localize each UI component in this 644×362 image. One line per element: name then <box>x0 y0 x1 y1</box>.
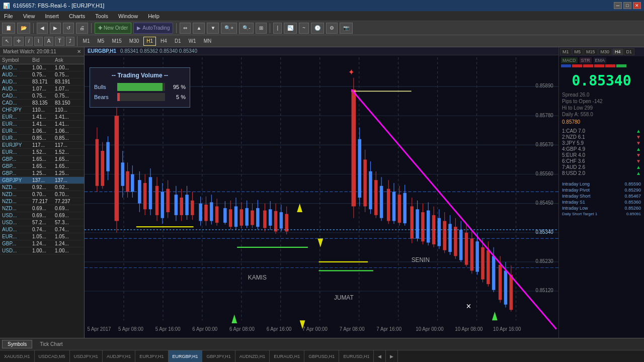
list-item[interactable]: GBP...1.65...1.65... <box>0 156 84 163</box>
nav-fwd-button[interactable]: ▶ <box>50 23 61 34</box>
restore-button[interactable]: □ <box>623 2 631 9</box>
list-item[interactable]: AUD...0.75...0.75... <box>0 71 84 78</box>
list-item[interactable]: GBP...1.24...1.24... <box>0 240 84 247</box>
list-item[interactable]: GBP...1.65...1.65... <box>0 163 84 170</box>
new-chart-button[interactable]: 📋 <box>2 23 15 34</box>
open-button[interactable]: 📂 <box>17 23 30 34</box>
tf-tab-m15[interactable]: M15 <box>584 48 598 55</box>
sym-tab-scroll-right[interactable]: ▶ <box>386 350 398 362</box>
chart-mode-button[interactable]: 📉 <box>284 23 297 34</box>
close-button[interactable]: ✕ <box>633 2 641 9</box>
tf-m5[interactable]: M5 <box>94 37 107 46</box>
menu-insert[interactable]: Insert <box>43 12 61 20</box>
tf-h1[interactable]: H1 <box>143 37 156 46</box>
list-item[interactable]: CHFJPY110...110... <box>0 107 84 114</box>
menu-window[interactable]: Window <box>116 12 140 20</box>
list-item[interactable]: EURJPY117...117... <box>0 142 84 149</box>
sym-tab-gbpjpy[interactable]: GBPJPY,H1 <box>202 350 235 362</box>
line-tool[interactable]: / <box>25 37 33 46</box>
tf-m1[interactable]: M1 <box>80 37 93 46</box>
list-item[interactable]: NZD...0.92...0.92... <box>0 184 84 191</box>
tf-m30[interactable]: M30 <box>126 37 142 46</box>
hi-to-low-label: Hi to Low 299 <box>562 105 593 111</box>
menu-help[interactable]: Help <box>146 12 162 20</box>
tf-tab-d1[interactable]: D1 <box>624 48 635 55</box>
indicator-button[interactable]: ~ <box>299 23 309 34</box>
list-item[interactable]: USD...57.2...57.3... <box>0 219 84 226</box>
tf-tab-m5[interactable]: M5 <box>572 48 584 55</box>
zoom-in-button[interactable]: 🔍+ <box>221 23 237 34</box>
menu-charts[interactable]: Charts <box>67 12 87 20</box>
list-item[interactable]: CAD...83.13583.150 <box>0 100 84 107</box>
tf-w1[interactable]: W1 <box>186 37 199 46</box>
list-item[interactable]: CAD...0.75...0.75... <box>0 93 84 100</box>
tf-d1[interactable]: D1 <box>172 37 184 46</box>
text-tool[interactable]: A <box>44 37 54 46</box>
screenshot-button[interactable]: 📷 <box>340 23 353 34</box>
sym-tab-xauusd[interactable]: XAUUSD,H1 <box>0 350 35 362</box>
list-item[interactable]: EUR...1.52...1.52... <box>0 149 84 156</box>
tf-mn[interactable]: MN <box>201 37 215 46</box>
tab-tick-chart[interactable]: Tick Chart <box>34 340 68 348</box>
list-item[interactable]: AUD...0.74...0.74... <box>0 226 84 233</box>
mw-close-icon[interactable]: ✕ <box>77 49 81 54</box>
tf-h4[interactable]: H4 <box>157 37 170 46</box>
nav-back-button[interactable]: ◀ <box>37 23 48 34</box>
list-item[interactable]: EUR...1.05...1.05... <box>0 233 84 240</box>
menu-file[interactable]: File <box>2 12 15 20</box>
sym-tab-audjpy[interactable]: AUDJPY,H1 <box>103 350 135 362</box>
list-item[interactable]: EUR...1.41...1.41... <box>0 114 84 121</box>
period-sep-button[interactable]: | <box>273 23 282 34</box>
buy-button[interactable]: ▲ <box>193 23 205 34</box>
list-item[interactable]: NZD...77.21777.237 <box>0 198 84 205</box>
list-item[interactable]: AUD...1.00...1.00... <box>0 64 84 71</box>
new-order-button[interactable]: ✚ New Order <box>95 23 131 34</box>
sym-tab-eurgbp[interactable]: EURGBP,H1 <box>169 350 203 362</box>
list-item[interactable]: NZD...0.70...0.70... <box>0 191 84 198</box>
sym-tab-eurjpy[interactable]: EURJPY,H1 <box>135 350 168 362</box>
arrow-tool[interactable]: ⤴ <box>66 37 74 46</box>
tf-tab-m1[interactable]: M1 <box>560 48 572 55</box>
sym-tab-scroll-left[interactable]: ◀ <box>374 350 386 362</box>
list-item[interactable]: AUD...83.17183.191 <box>0 78 84 85</box>
refresh-button[interactable]: ↺ <box>63 23 74 34</box>
list-item[interactable]: GBPJPY137...137... <box>0 177 84 184</box>
tf-m15[interactable]: M15 <box>109 37 124 46</box>
sym-tab-usdcad[interactable]: USDCAD,M5 <box>35 350 70 362</box>
minimize-button[interactable]: ─ <box>614 2 622 9</box>
auto-trading-button[interactable]: ▶ AutoTrading <box>133 23 173 34</box>
properties-button[interactable]: ⊞ <box>256 23 267 34</box>
tf-tab-h4[interactable]: H4 <box>612 48 623 55</box>
list-item[interactable]: USD...1.00...1.00... <box>0 247 84 254</box>
list-item[interactable]: EUR...1.06...1.06... <box>0 128 84 135</box>
sym-tab-euraud[interactable]: EURAUD,H1 <box>270 350 304 362</box>
zoom-out-button[interactable]: 🔍- <box>239 23 254 34</box>
list-item[interactable]: EUR...0.85...0.85... <box>0 135 84 142</box>
cursor-tool[interactable]: ↖ <box>2 37 12 46</box>
list-item[interactable]: GBP...1.25...1.25... <box>0 170 84 177</box>
menu-view[interactable]: View <box>21 12 37 20</box>
chart-area[interactable]: EURGBP,H1 0.85341 0.85362 0.85340 0.8534… <box>85 47 558 338</box>
list-item[interactable]: AUD...1.07...1.07... <box>0 85 84 93</box>
list-item[interactable]: USD...0.69...0.69... <box>0 212 84 219</box>
sym-tab-eurusd[interactable]: EURUSD,H1 <box>339 350 374 362</box>
sym-tab-usdjpy[interactable]: USDJPY,H1 <box>70 350 103 362</box>
text-label-tool[interactable]: T <box>55 37 64 46</box>
market-watch-body[interactable]: AUD...1.00...1.00... AUD...0.75...0.75..… <box>0 64 84 338</box>
print-button[interactable]: 🖨 <box>76 23 88 34</box>
sym-tab-audnzd[interactable]: AUDNZD,H1 <box>235 350 270 362</box>
svg-text:0.85230: 0.85230 <box>536 258 554 264</box>
list-item[interactable]: NZD...0.69...0.69... <box>0 205 84 212</box>
period-line-tool[interactable]: ⌇ <box>34 37 43 46</box>
sell-button[interactable]: ▼ <box>207 23 219 34</box>
menu-bar: File View Insert Charts Tools Window Hel… <box>0 11 644 21</box>
options-button[interactable]: ⚙ <box>326 23 338 34</box>
menu-tools[interactable]: Tools <box>93 12 110 20</box>
list-item[interactable]: EUR...1.41...1.41... <box>0 121 84 128</box>
tf-tab-m30[interactable]: M30 <box>598 48 612 55</box>
template-button[interactable]: 🕒 <box>311 23 324 34</box>
crosshair-tool[interactable]: ✛ <box>14 37 24 46</box>
zoom-sel-button[interactable]: ⇔ <box>180 23 191 34</box>
tab-symbols[interactable]: Symbols <box>2 340 32 348</box>
sym-tab-gbpusd[interactable]: GBPUSD,H1 <box>304 350 339 362</box>
